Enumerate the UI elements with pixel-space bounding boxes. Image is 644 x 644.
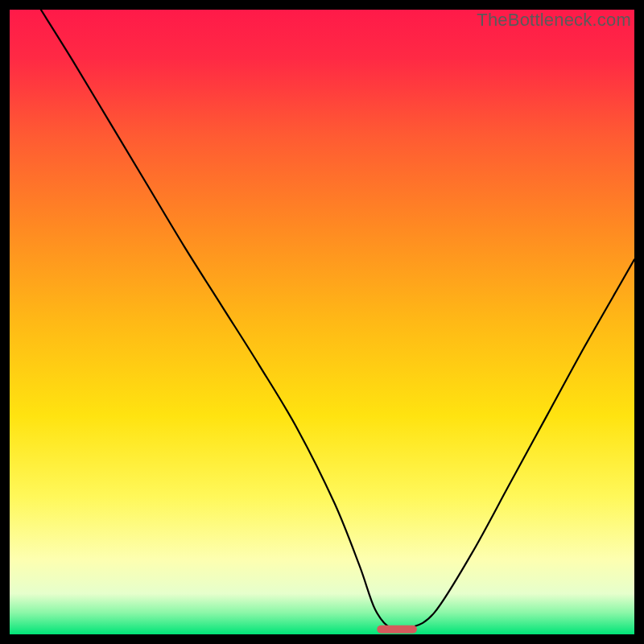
chart-frame: TheBottleneck.com	[10, 10, 634, 634]
optimum-marker	[377, 625, 417, 634]
plot-background	[10, 10, 634, 634]
watermark-text: TheBottleneck.com	[477, 10, 631, 31]
bottleneck-plot	[10, 10, 634, 634]
